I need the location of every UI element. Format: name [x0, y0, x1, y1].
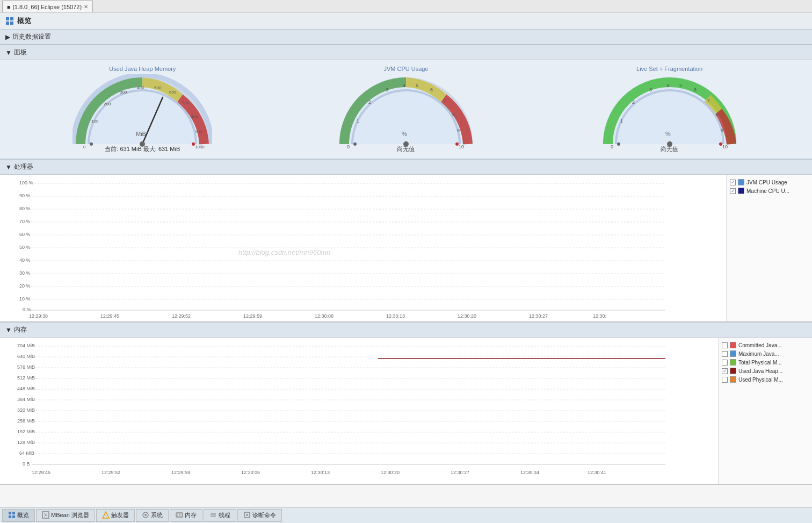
svg-text:1000: 1000 [195, 145, 205, 149]
processor-label: 处理器 [14, 162, 33, 171]
svg-text:7: 7 [444, 98, 446, 103]
svg-rect-1 [6, 17, 9, 20]
legend-used-physical-checkbox[interactable] [722, 377, 728, 383]
svg-text:320 MiB: 320 MiB [17, 407, 35, 413]
legend-machine-cpu[interactable]: Machine CPU U... [730, 188, 809, 194]
svg-text:576 MiB: 576 MiB [17, 364, 35, 370]
svg-text:400: 400 [137, 85, 144, 90]
panel-arrow: ▼ [5, 49, 12, 56]
memory-chart-main: 704 MiB 640 MiB 576 MiB 512 MiB 448 MiB … [0, 338, 718, 484]
processor-chart-legend: JVM CPU Usage Machine CPU U... [726, 175, 812, 321]
svg-text:9: 9 [457, 128, 460, 133]
svg-text:12:30:: 12:30: [593, 313, 606, 319]
svg-text:704 MiB: 704 MiB [17, 343, 35, 348]
svg-point-55 [617, 142, 620, 146]
overview-icon [5, 17, 14, 25]
svg-text:100 %: 100 % [19, 180, 33, 185]
svg-text:384 MiB: 384 MiB [17, 397, 35, 402]
svg-text:70 %: 70 % [19, 219, 31, 224]
bottom-tab-trigger-icon: ! [102, 511, 110, 520]
legend-used-physical-label: Used Physical M... [738, 377, 783, 383]
svg-text:64 MiB: 64 MiB [19, 450, 34, 456]
svg-point-39 [455, 142, 459, 146]
gauge-jvm-cpu: JVM CPU Usage [320, 66, 492, 153]
tab-close-button[interactable]: ✕ [84, 4, 88, 10]
svg-rect-123 [9, 512, 11, 514]
legend-jvm-cpu-color [738, 179, 744, 185]
svg-text:8: 8 [716, 112, 719, 117]
svg-text:%: % [665, 131, 671, 137]
svg-text:12:29:52: 12:29:52 [172, 313, 191, 319]
bottom-tab-trigger-label: 触发器 [111, 511, 129, 519]
svg-text:0 B: 0 B [23, 461, 30, 467]
legend-maximum-checkbox[interactable] [722, 351, 728, 357]
bottom-tab-memory[interactable]: 内存 [170, 509, 202, 522]
svg-text:0: 0 [611, 144, 613, 149]
watermark: http://blog.csdn.net/mn960mn [238, 248, 330, 256]
legend-committed-label: Committed Java... [738, 342, 782, 348]
legend-total-physical[interactable]: Total Physical M... [722, 359, 809, 366]
svg-point-133 [144, 514, 147, 516]
legend-committed-checkbox[interactable] [722, 342, 728, 348]
main-content: 概览 ▶ 历史数据设置 ▼ 面板 Used Java Heap Memory [0, 13, 812, 507]
svg-text:640 MiB: 640 MiB [17, 354, 35, 359]
legend-maximum-color [730, 350, 736, 357]
processor-section-header[interactable]: ▼ 处理器 [0, 159, 812, 175]
bottom-tab-diagnostic-label: 诊断命令 [252, 511, 276, 519]
memory-chart-legend: Committed Java... Maximum Java... Total … [718, 338, 812, 484]
main-tab[interactable]: ■ [1.8.0_66] Eclipse (15072) ✕ [2, 1, 93, 12]
svg-text:20 %: 20 % [19, 283, 31, 289]
legend-jvm-cpu-checkbox[interactable] [730, 180, 736, 185]
bottom-tab-overview[interactable]: 概览 [2, 509, 35, 522]
gauge-heap-memory: Used Java Heap Memory [56, 66, 228, 153]
svg-point-21 [140, 141, 145, 147]
svg-text:256 MiB: 256 MiB [17, 418, 35, 424]
svg-text:0 %: 0 % [23, 307, 31, 312]
bottom-tab-mbean[interactable]: MBean 浏览器 [36, 509, 95, 522]
bottom-tab-system-label: 系统 [151, 511, 163, 519]
gauge-live-set: Live Set + Fragmentation [584, 66, 756, 153]
svg-text:12:30:13: 12:30:13 [311, 470, 330, 475]
legend-machine-cpu-checkbox[interactable] [730, 188, 736, 194]
bottom-tab-thread[interactable]: 线程 [204, 509, 236, 522]
bottom-tab-trigger[interactable]: ! 触发器 [96, 509, 135, 522]
svg-rect-126 [12, 515, 15, 518]
legend-maximum[interactable]: Maximum Java... [722, 350, 809, 357]
legend-jvm-cpu[interactable]: JVM CPU Usage [730, 179, 809, 185]
legend-used-physical[interactable]: Used Physical M... [722, 376, 809, 383]
svg-text:60 %: 60 % [19, 232, 31, 237]
legend-committed[interactable]: Committed Java... [722, 342, 809, 348]
legend-used-heap-checkbox[interactable] [722, 368, 728, 374]
bottom-tab-mbean-label: MBean 浏览器 [51, 511, 89, 519]
svg-text:1: 1 [357, 118, 359, 124]
svg-text:12:30:13: 12:30:13 [386, 313, 405, 319]
legend-total-physical-color [730, 359, 736, 366]
svg-text:12:30:34: 12:30:34 [520, 470, 539, 475]
svg-text:800: 800 [191, 114, 198, 119]
legend-machine-cpu-label: Machine CPU U... [746, 188, 789, 194]
svg-text:12:29:59: 12:29:59 [243, 313, 262, 319]
svg-text:100: 100 [91, 119, 99, 124]
svg-rect-4 [10, 22, 13, 25]
tab-bar: ■ [1.8.0_66] Eclipse (15072) ✕ [0, 0, 812, 13]
bottom-tab-system[interactable]: 系统 [136, 509, 169, 522]
svg-text:3: 3 [386, 87, 388, 92]
panel-section-header[interactable]: ▼ 面板 [0, 45, 812, 60]
legend-used-heap[interactable]: Used Java Heap... [722, 368, 809, 374]
bottom-tab-diagnostic-icon [243, 511, 251, 520]
memory-label: 内存 [14, 325, 27, 334]
svg-point-23 [192, 142, 195, 146]
legend-used-heap-label: Used Java Heap... [738, 368, 782, 374]
svg-text:300: 300 [120, 90, 127, 95]
svg-text:12:30:41: 12:30:41 [588, 470, 606, 475]
legend-total-physical-checkbox[interactable] [722, 360, 728, 366]
svg-rect-2 [10, 17, 13, 20]
memory-section-header[interactable]: ▼ 内存 [0, 322, 812, 338]
svg-text:12:29:45: 12:29:45 [32, 470, 50, 475]
processor-chart-area: 100 % 90 % 80 % 70 % 60 % 50 % 40 % [0, 175, 812, 322]
svg-text:192 MiB: 192 MiB [17, 429, 35, 434]
legend-used-physical-color [730, 376, 736, 383]
svg-text:30 %: 30 % [19, 270, 31, 276]
bottom-tab-diagnostic[interactable]: 诊断命令 [237, 509, 282, 522]
history-section-header[interactable]: ▶ 历史数据设置 [0, 30, 812, 45]
